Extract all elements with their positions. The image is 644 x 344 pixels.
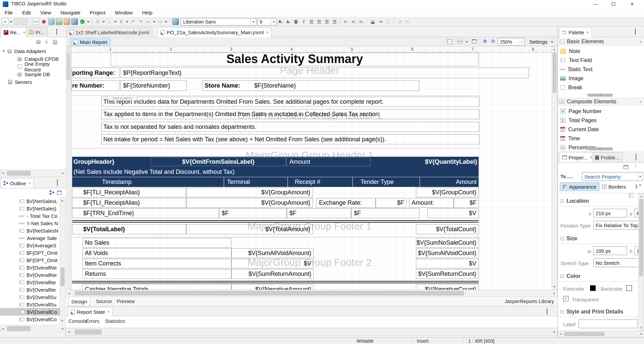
- footer-count-text[interactable]: $V{SumNoSaleCount}: [416, 238, 476, 248]
- palette-item-time[interactable]: 31 Time: [558, 134, 644, 143]
- new-dropdown-icon[interactable]: [10, 21, 12, 22]
- detail-text[interactable]: $F: [354, 208, 416, 218]
- outline-item[interactable]: $V{OverallCo: [0, 308, 60, 315]
- tab-console[interactable]: Console: [68, 318, 87, 324]
- zoom-level-select[interactable]: 250%˅: [498, 38, 525, 46]
- forward-icon[interactable]: ⇨: [157, 18, 163, 25]
- page-report-icon[interactable]: [472, 39, 477, 43]
- detail-text[interactable]: $F{TLI_ReceiptAlias}: [83, 188, 184, 197]
- column-header-amount[interactable]: Amount: [456, 177, 477, 187]
- w-input[interactable]: 100 px: [593, 246, 627, 255]
- store-name-value-text[interactable]: $F{StoreName}: [254, 80, 355, 91]
- tab-properties[interactable]: Proper... ×: [559, 152, 595, 162]
- palette-item-note[interactable]: Note: [558, 47, 644, 56]
- tree-item-one-empty-record[interactable]: One Empty Record: [0, 63, 66, 70]
- tab-preview[interactable]: Preview: [117, 298, 135, 304]
- cashier-count-text[interactable]: $V{NegativeCount}: [416, 284, 476, 290]
- detail-text[interactable]: $F{TRN_EndTime}: [83, 208, 216, 218]
- valign-top-icon[interactable]: ≡↑: [343, 18, 349, 25]
- export-adapter-icon[interactable]: [53, 40, 57, 44]
- tab-repository[interactable]: Re... ×: [1, 27, 29, 37]
- footer-count-text[interactable]: $V{SumReturnCount}: [416, 269, 476, 279]
- editor-vscrollbar[interactable]: ▴▾: [552, 46, 557, 290]
- adapters-hscrollbar[interactable]: ◂▸: [0, 169, 66, 177]
- dataset-icon[interactable]: [48, 18, 55, 25]
- store-name-label-text[interactable]: Store Name:: [205, 80, 250, 91]
- minimize-button[interactable]: —: [588, 0, 603, 8]
- footer-amount-text[interactable]: $V{SumReturnAmount}: [231, 269, 311, 279]
- maximize-view-icon[interactable]: [635, 29, 636, 35]
- footer-amount-text[interactable]: $V: [231, 259, 311, 268]
- console-hscrollbar[interactable]: ◂▸: [66, 328, 557, 336]
- maximize-view-icon[interactable]: [547, 308, 547, 315]
- tree-item-data-adapters[interactable]: ▾ Data Adapters: [0, 47, 46, 55]
- font-family-select[interactable]: Liberation Sans▾: [181, 18, 256, 26]
- align-right-icon[interactable]: ☰: [324, 18, 330, 25]
- collapse-box-icon[interactable]: −: [560, 199, 564, 203]
- search-property-input[interactable]: Search Property ▾: [582, 172, 643, 181]
- cashier-amount-text[interactable]: $V{NegativeAmount}: [231, 284, 311, 290]
- zoom-out-icon[interactable]: ⊖: [491, 38, 495, 44]
- note-text[interactable]: This report includes data for Department…: [103, 97, 477, 107]
- outline-item[interactable]: $V{OverallNe: [0, 264, 60, 271]
- maximize-button[interactable]: [606, 0, 621, 8]
- italic-icon[interactable]: I: [301, 18, 307, 25]
- save-all-icon[interactable]: [21, 18, 28, 25]
- close-icon[interactable]: ×: [587, 30, 589, 35]
- page-format-dropdown-icon[interactable]: [466, 41, 468, 43]
- outline-vscrollbar[interactable]: ▴▾: [60, 197, 65, 324]
- group-header-left-text[interactable]: GroupHeader}: [73, 157, 114, 167]
- outline-item[interactable]: $V{NetSalesL: [0, 197, 60, 205]
- section-location[interactable]: − Location: [560, 198, 589, 204]
- new-report-icon[interactable]: +: [2, 18, 8, 25]
- note-text[interactable]: Net intake for period = Net Sales with T…: [103, 134, 477, 144]
- pin-editor-icon[interactable]: [172, 18, 179, 25]
- export-icon[interactable]: ⇪: [118, 18, 124, 25]
- import-adapter-icon[interactable]: ⚲: [45, 40, 48, 45]
- style-icon[interactable]: [64, 18, 70, 25]
- chart-icon[interactable]: [56, 18, 62, 25]
- font-size-select[interactable]: 9▾: [257, 18, 277, 26]
- total-count-text[interactable]: $V{TotalCount}: [416, 224, 476, 234]
- outline-item[interactable]: label= Net Sales N: [0, 219, 60, 227]
- back-dropdown-icon[interactable]: [153, 21, 156, 22]
- close-button[interactable]: ✕: [625, 0, 640, 8]
- close-icon[interactable]: ×: [266, 30, 268, 35]
- properties-hscrollbar[interactable]: ◂▸: [558, 331, 644, 337]
- view-menu-icon[interactable]: ⁞: [635, 163, 637, 168]
- tab-overflow-icon[interactable]: »: [639, 182, 641, 187]
- palette-item-page-number[interactable]: # Page Number: [558, 107, 644, 116]
- tab-design[interactable]: Design: [68, 297, 90, 306]
- outline-item[interactable]: $V{OverallIte: [0, 279, 60, 286]
- outline-item[interactable]: $V{OverallSu: [0, 293, 60, 301]
- curve-left-icon[interactable]: ↺: [396, 18, 403, 25]
- footer-label-text[interactable]: No Sales: [85, 238, 229, 248]
- zoom-in-icon[interactable]: ⊕: [483, 38, 487, 44]
- detail-text[interactable]: $V{GroupAmount}: [186, 198, 310, 208]
- group-header-subtitle[interactable]: (Net Sales include Negative Total and Di…: [73, 167, 235, 177]
- range-label-text[interactable]: porting Range:: [72, 67, 119, 78]
- chevron-down-icon[interactable]: ▾: [3, 49, 5, 53]
- import-dropdown-icon[interactable]: [114, 21, 117, 22]
- column-header-tender-type[interactable]: Tender Type: [361, 177, 394, 187]
- valign-bottom-icon[interactable]: ≡↓: [358, 18, 365, 25]
- collapse-icon[interactable]: «: [639, 99, 642, 104]
- detail-text[interactable]: $V{GroupCount}: [416, 188, 476, 197]
- thumbnail-mode-icon[interactable]: [57, 191, 62, 195]
- close-icon[interactable]: ×: [23, 30, 25, 35]
- maximize-view-icon[interactable]: [636, 154, 636, 160]
- menu-view[interactable]: View: [36, 8, 56, 17]
- column-header-receipt[interactable]: Receipt #: [295, 177, 320, 187]
- outline-item[interactable]: $F{DPT_Omit: [0, 249, 60, 256]
- backcolor-swatch[interactable]: [626, 285, 632, 291]
- page-format-icon[interactable]: 010: [457, 39, 463, 44]
- size-same-icon[interactable]: ⬓: [370, 18, 376, 25]
- total-label-text[interactable]: $V{TotalLabel}: [83, 224, 184, 234]
- collapse-box-icon[interactable]: −: [560, 275, 564, 278]
- menu-file[interactable]: File: [0, 8, 17, 17]
- quantity-label[interactable]: $V{QuantityLabel}: [425, 157, 477, 167]
- curve-right-icon[interactable]: ↻: [404, 18, 411, 25]
- font-increase-icon[interactable]: A˖: [277, 18, 284, 25]
- detail-text[interactable]: $F: [222, 208, 284, 218]
- amount-label[interactable]: Amount:: [412, 198, 452, 208]
